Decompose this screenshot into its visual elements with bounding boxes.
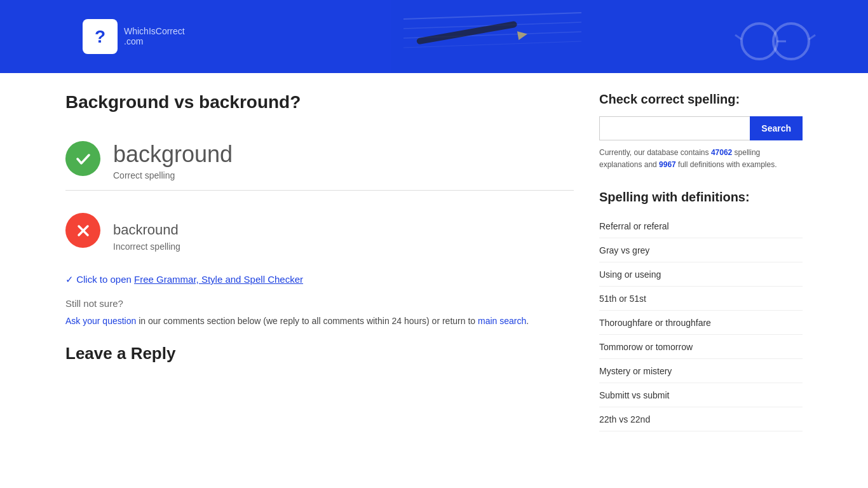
spelling-list-link[interactable]: 22th vs 22nd xyxy=(599,414,650,424)
search-button[interactable]: Search xyxy=(750,116,803,140)
checkmark-prefix: ✓ Click to open xyxy=(65,274,134,285)
spelling-list-link[interactable]: Mystery or mistery xyxy=(599,366,672,376)
logo-icon: ? xyxy=(83,19,118,54)
spelling-list-item: Referral or referal xyxy=(599,214,803,238)
incorrect-word-info: backround Incorrect spelling xyxy=(113,213,180,252)
incorrect-icon xyxy=(65,213,100,248)
db-info: Currently, our database contains 47062 s… xyxy=(599,147,803,171)
spelling-list-item: Tommorow or tomorrow xyxy=(599,335,803,359)
spelling-list-link[interactable]: Gray vs grey xyxy=(599,245,649,255)
spelling-list-link[interactable]: 51th or 51st xyxy=(599,294,646,304)
correct-word-name: background xyxy=(113,141,233,168)
main-search-link[interactable]: main search xyxy=(478,316,526,326)
correct-icon xyxy=(65,141,100,176)
help-text: Ask your question in our comments sectio… xyxy=(65,314,574,328)
correct-word-label: Correct spelling xyxy=(113,170,233,180)
spelling-list-item: Thoroughfare or throughfare xyxy=(599,311,803,335)
site-header: ? WhichIsCorrect .com xyxy=(0,0,868,73)
incorrect-word-block: backround Incorrect spelling xyxy=(65,203,574,261)
main-content: Background vs backround? background Corr… xyxy=(65,92,574,451)
incorrect-word-name: backround xyxy=(113,213,180,238)
spelling-list-link[interactable]: Submitt vs submit xyxy=(599,390,669,400)
correct-word-block: background Correct spelling xyxy=(65,132,574,191)
incorrect-word-label: Incorrect spelling xyxy=(113,241,180,252)
spelling-list-item: 22th vs 22nd xyxy=(599,407,803,431)
logo-text: WhichIsCorrect .com xyxy=(124,27,185,46)
search-section-title: Check correct spelling: xyxy=(599,92,803,107)
page-container: Background vs backround? background Corr… xyxy=(53,92,815,451)
spelling-list-item: Mystery or mistery xyxy=(599,359,803,383)
spelling-list-link[interactable]: Referral or referal xyxy=(599,221,669,231)
spelling-list-item: Using or useing xyxy=(599,262,803,287)
spelling-list-item: 51th or 51st xyxy=(599,287,803,311)
db-count-definitions: 9967 xyxy=(659,160,676,169)
sidebar: Check correct spelling: Search Currently… xyxy=(599,92,803,451)
correct-word-info: background Correct spelling xyxy=(113,141,233,180)
still-not-sure-heading: Still not sure? xyxy=(65,298,574,309)
spelling-list: Referral or referalGray vs greyUsing or … xyxy=(599,214,803,431)
db-count-spellings: 47062 xyxy=(711,148,732,157)
definitions-section-title: Spelling with definitions: xyxy=(599,190,803,205)
grammar-link-section: ✓ Click to open Free Grammar, Style and … xyxy=(65,274,574,285)
definitions-section: Spelling with definitions: Referral or r… xyxy=(599,190,803,431)
spelling-list-item: Submitt vs submit xyxy=(599,383,803,407)
spelling-list-item: Gray vs grey xyxy=(599,238,803,262)
grammar-link-text: ✓ Click to open Free Grammar, Style and … xyxy=(65,274,574,285)
search-box: Search xyxy=(599,116,803,140)
spelling-list-link[interactable]: Tommorow or tomorrow xyxy=(599,342,693,352)
leave-reply-heading: Leave a Reply xyxy=(65,344,574,363)
ask-question-link[interactable]: Ask your question xyxy=(65,316,136,326)
header-decoration xyxy=(391,0,868,73)
site-logo[interactable]: ? WhichIsCorrect .com xyxy=(83,19,185,54)
search-section: Check correct spelling: Search Currently… xyxy=(599,92,803,171)
spelling-list-link[interactable]: Thoroughfare or throughfare xyxy=(599,318,711,328)
search-input[interactable] xyxy=(599,116,750,140)
page-title: Background vs backround? xyxy=(65,92,574,112)
grammar-checker-link[interactable]: Free Grammar, Style and Spell Checker xyxy=(134,274,303,285)
spelling-list-link[interactable]: Using or useing xyxy=(599,269,661,280)
